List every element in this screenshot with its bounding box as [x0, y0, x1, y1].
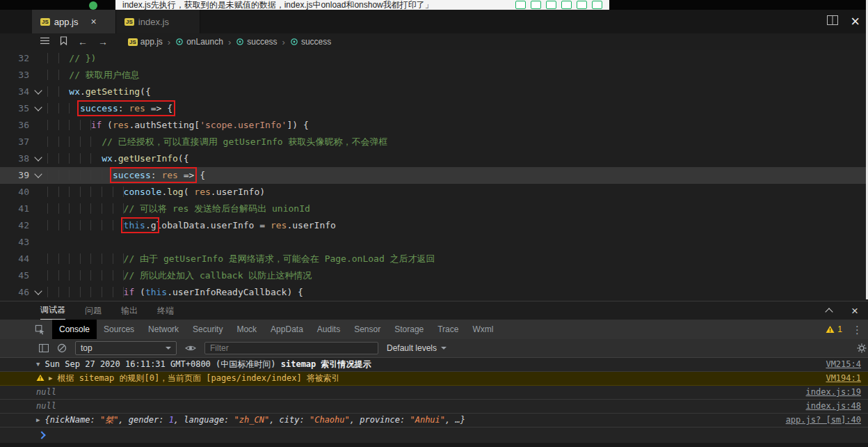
- forward-arrow-icon[interactable]: →: [98, 37, 108, 47]
- code-text: // }): [47, 50, 868, 67]
- red-highlight-box: this.g: [124, 220, 156, 230]
- console-object-row[interactable]: ▶{nickName: "桀", gender: 1, language: "z…: [0, 414, 868, 428]
- breadcrumb: JSapp.js›onLaunch›success›success: [128, 37, 331, 47]
- phone-icon[interactable]: [546, 1, 556, 9]
- fold-spacer: [29, 50, 47, 67]
- code-editor[interactable]: 32 // })33 // 获取用户信息34 wx.getSetting({35…: [0, 50, 868, 301]
- breadcrumb-item-success[interactable]: success: [290, 37, 331, 47]
- warning-icon: [36, 374, 45, 384]
- panel-close-icon[interactable]: ×: [851, 305, 858, 317]
- fold-spacer: [29, 184, 47, 201]
- window-close-icon[interactable]: ×: [851, 14, 860, 29]
- code-line-34[interactable]: 34 wx.getSetting({: [0, 84, 868, 100]
- breadcrumb-item-app.js[interactable]: JSapp.js: [128, 37, 163, 47]
- code-line-45[interactable]: 45 // 所以此处加入 callback 以防止这种情况: [0, 267, 868, 284]
- devtools-tab-AppData[interactable]: AppData: [264, 320, 310, 339]
- devtools-tab-Sensor[interactable]: Sensor: [347, 320, 387, 339]
- console-filter-input[interactable]: [204, 342, 378, 354]
- code-line-40[interactable]: 40 console.log( res.userInfo): [0, 184, 868, 201]
- console-group-row[interactable]: ▼Sun Sep 27 2020 16:11:31 GMT+0800 (中国标准…: [0, 358, 868, 372]
- source-link[interactable]: index.js:48: [806, 401, 861, 411]
- breadcrumb-bar: ← → JSapp.js›onLaunch›success›success: [0, 33, 868, 50]
- calendar-icon[interactable]: [515, 1, 526, 9]
- code-line-43[interactable]: 43: [0, 234, 868, 251]
- console-settings-gear-icon[interactable]: [857, 343, 867, 355]
- bookmark-icon[interactable]: [60, 36, 67, 47]
- source-link[interactable]: VM215:4: [826, 359, 861, 370]
- code-line-44[interactable]: 44 // 由于 getUserInfo 是网络请求，可能会在 Page.onL…: [0, 251, 868, 267]
- code-line-37[interactable]: 37 // 已经授权，可以直接调用 getUserInfo 获取头像昵称，不会弹…: [0, 134, 868, 150]
- panel-tab-输出[interactable]: 输出: [121, 301, 138, 320]
- fold-chevron-icon[interactable]: [29, 84, 47, 100]
- breadcrumb-item-onLaunch[interactable]: onLaunch: [175, 37, 223, 47]
- doc-icon[interactable]: [561, 1, 572, 9]
- back-arrow-icon[interactable]: ←: [78, 37, 88, 47]
- live-expression-eye-icon[interactable]: [185, 344, 196, 352]
- code-line-33[interactable]: 33 // 获取用户信息: [0, 67, 868, 84]
- code-line-32[interactable]: 32 // }): [0, 50, 868, 67]
- menu-icon[interactable]: [40, 37, 49, 47]
- expand-triangle-icon[interactable]: ▶: [49, 373, 52, 384]
- fold-chevron-icon[interactable]: [29, 284, 47, 301]
- breadcrumb-item-success[interactable]: success: [236, 37, 277, 47]
- clear-console-icon[interactable]: [57, 343, 67, 353]
- code-text: wx.getUserInfo({: [47, 150, 868, 167]
- tab-close-icon[interactable]: ×: [91, 17, 97, 26]
- devtools-tab-Storage[interactable]: Storage: [387, 320, 431, 339]
- devtools-tab-Mock[interactable]: Mock: [230, 320, 264, 339]
- console-log-row[interactable]: nullindex.js:48: [0, 400, 868, 414]
- code-line-41[interactable]: 41 // 可以将 res 发送给后台解码出 unionId: [0, 201, 868, 217]
- inspect-element-icon[interactable]: [35, 324, 45, 335]
- source-link[interactable]: app.js? [sm]:40: [786, 415, 861, 425]
- code-line-46[interactable]: 46 if (this.userInfoReadyCallback) {: [0, 284, 868, 301]
- monitor-icon[interactable]: [577, 1, 587, 9]
- warning-count-badge[interactable]: 1: [826, 324, 842, 334]
- split-editor-icon[interactable]: [827, 15, 838, 28]
- panel-tab-调试器[interactable]: 调试器: [40, 301, 65, 320]
- console-warning-row[interactable]: ▶根据 sitemap 的规则[0]，当前页面 [pages/index/ind…: [0, 372, 868, 386]
- red-highlight-box: success: res =>: [113, 170, 194, 180]
- line-number: 38: [1, 150, 29, 167]
- console-prompt-row[interactable]: [0, 428, 868, 443]
- code-line-42[interactable]: 42 this.globalData.userInfo = res.userIn…: [0, 217, 868, 234]
- line-number: 34: [1, 84, 29, 100]
- panel-tab-问题[interactable]: 问题: [85, 301, 102, 320]
- devtools-tab-Sources[interactable]: Sources: [97, 320, 141, 339]
- devtools-tab-Wxml[interactable]: Wxml: [465, 320, 500, 339]
- fold-spacer: [29, 67, 47, 84]
- collapse-triangle-icon[interactable]: ▼: [36, 359, 40, 370]
- tab-label: index.js: [138, 17, 169, 27]
- editor-tab-app.js[interactable]: JSapp.js×: [32, 10, 116, 33]
- source-link[interactable]: VM194:1: [826, 373, 861, 384]
- fold-chevron-icon[interactable]: [29, 100, 47, 117]
- devtools-tab-Security[interactable]: Security: [186, 320, 230, 339]
- fold-chevron-icon[interactable]: [29, 167, 47, 184]
- devtools-tab-Trace[interactable]: Trace: [431, 320, 465, 339]
- refresh-icon[interactable]: [531, 1, 541, 9]
- panel-tab-终端[interactable]: 终端: [157, 301, 174, 320]
- kebab-menu-icon[interactable]: ⋮: [852, 324, 862, 335]
- console-output: ▼Sun Sep 27 2020 16:11:31 GMT+0800 (中国标准…: [0, 358, 868, 428]
- log-levels-dropdown[interactable]: Default levels: [387, 343, 447, 353]
- background-dark-filler: [609, 0, 868, 10]
- devtools-tab-Console[interactable]: Console: [52, 320, 97, 339]
- code-line-35[interactable]: 35 success: res => {: [0, 100, 868, 117]
- line-number: 45: [1, 267, 29, 284]
- fold-chevron-icon[interactable]: [29, 150, 47, 167]
- devtools-tab-Network[interactable]: Network: [141, 320, 186, 339]
- editor-tab-index.js[interactable]: JSindex.js: [116, 10, 200, 33]
- expand-triangle-icon[interactable]: ▶: [36, 415, 40, 425]
- line-number: 44: [1, 251, 29, 267]
- code-line-36[interactable]: 36 if (res.authSetting['scope.userInfo']…: [0, 117, 868, 134]
- settings-icon[interactable]: [592, 1, 602, 9]
- source-link[interactable]: index.js:19: [806, 387, 861, 398]
- execution-context-dropdown[interactable]: top: [75, 341, 177, 355]
- panel-expand-icon[interactable]: [826, 306, 832, 315]
- console-log-row[interactable]: nullindex.js:19: [0, 386, 868, 400]
- line-number: 36: [1, 117, 29, 134]
- code-line-38[interactable]: 38 wx.getUserInfo({: [0, 150, 868, 167]
- breadcrumb-separator: ›: [168, 37, 170, 47]
- console-sidebar-icon[interactable]: [39, 344, 49, 352]
- code-line-39[interactable]: 39 success: res => {: [0, 167, 868, 184]
- devtools-tab-Audits[interactable]: Audits: [310, 320, 347, 339]
